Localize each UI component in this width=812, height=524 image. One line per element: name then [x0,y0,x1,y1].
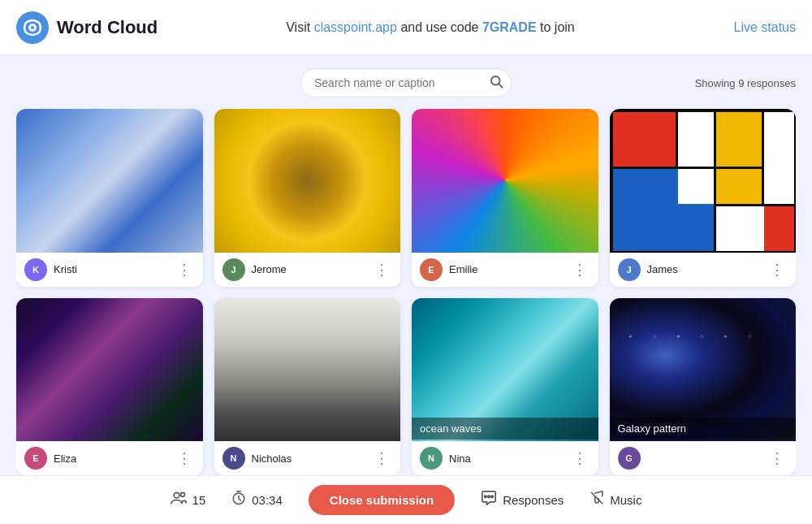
avatar: G [618,447,641,470]
music-label: Music [610,493,641,507]
timer-value: 03:34 [252,493,283,507]
card-footer: N Nicholas ⋮ [214,441,401,475]
card-name: Eliza [54,453,167,465]
table-row: ocean waves N Nina ⋮ [412,298,598,476]
main-content: Showing 9 responses K Kristi ⋮ J Jerome … [0,55,812,475]
caption-overlay: Galaxy pattern [610,418,797,440]
card-footer: K Kristi ⋮ [16,253,203,287]
card-footer: E Emilie ⋮ [412,253,598,287]
visit-text: Visit [286,20,310,34]
logo-icon [16,11,49,44]
response-count: Showing 9 responses [695,77,796,89]
more-options-button[interactable]: ⋮ [569,261,590,279]
table-row: E Emilie ⋮ [412,109,598,287]
search-input[interactable] [300,68,512,97]
participant-number: 15 [192,493,206,507]
table-row: K Kristi ⋮ [16,109,203,287]
more-options-button[interactable]: ⋮ [174,261,195,279]
responses-label: Responses [503,493,564,507]
table-row: J James ⋮ [610,109,797,287]
table-row: E Eliza ⋮ [16,298,203,476]
card-image [16,298,203,442]
card-image [16,109,203,253]
close-submission-button[interactable]: Close submission [309,485,455,515]
card-footer: N Nina ⋮ [412,441,598,475]
participant-count: 15 [171,491,206,509]
responses-icon [481,491,497,509]
logo-title: Word Cloud [57,17,158,38]
live-status-button[interactable]: Live status [698,20,796,35]
table-row: J Jerome ⋮ [214,109,401,287]
search-row: Showing 9 responses [16,68,796,97]
search-button[interactable] [489,74,503,92]
search-icon [489,74,503,89]
svg-point-6 [180,492,184,496]
avatar: N [222,447,245,470]
table-row: N Nicholas ⋮ [214,298,401,476]
card-image [412,109,598,253]
avatar: K [24,258,47,281]
card-footer: E Eliza ⋮ [16,441,203,475]
card-name: James [647,263,761,275]
card-footer: J James ⋮ [610,253,797,287]
more-options-button[interactable]: ⋮ [371,449,392,467]
svg-point-5 [174,492,179,498]
caption-overlay: ocean waves [412,418,598,440]
header: Word Cloud Visit classpoint.app and use … [0,0,812,55]
join-code: 7GRADE [482,20,537,34]
search-container [300,68,512,97]
card-name: Kristi [54,263,167,275]
timer-display: 03:34 [231,491,283,509]
site-link[interactable]: classpoint.app [314,20,397,34]
card-image [610,109,797,253]
card-name: Nina [449,453,563,465]
table-row: Galaxy pattern G ⋮ [610,298,797,476]
more-options-button[interactable]: ⋮ [767,449,788,467]
music-item[interactable]: Music [590,491,641,509]
card-name: Nicholas [252,453,365,465]
join-text: to join [540,20,575,34]
responses-item[interactable]: Responses [481,491,564,509]
card-image [214,298,401,442]
card-image [214,109,401,253]
card-name: Emilie [449,263,563,275]
middle-text: and use code [400,20,478,34]
svg-point-9 [488,496,490,497]
svg-point-2 [31,26,34,29]
more-options-button[interactable]: ⋮ [569,449,590,467]
avatar: J [222,258,245,281]
card-footer: G ⋮ [610,441,797,475]
timer-icon [231,491,246,509]
logo-area: Word Cloud [16,11,162,44]
image-grid: K Kristi ⋮ J Jerome ⋮ E Emilie ⋮ [16,109,796,475]
avatar: E [24,447,47,470]
more-options-button[interactable]: ⋮ [174,449,195,467]
header-message: Visit classpoint.app and use code 7GRADE… [162,20,698,35]
participants-icon [171,491,187,509]
bottom-bar: 15 03:34 Close submission Responses [0,475,812,524]
card-footer: J Jerome ⋮ [214,253,401,287]
more-options-button[interactable]: ⋮ [371,261,392,279]
svg-line-12 [591,492,603,504]
music-icon [590,491,604,509]
avatar: N [420,447,443,470]
avatar: E [420,258,443,281]
svg-point-11 [491,496,493,497]
avatar: J [618,258,641,281]
card-name: Jerome [252,263,365,275]
svg-point-10 [485,496,486,497]
svg-line-4 [499,84,502,87]
more-options-button[interactable]: ⋮ [767,261,788,279]
